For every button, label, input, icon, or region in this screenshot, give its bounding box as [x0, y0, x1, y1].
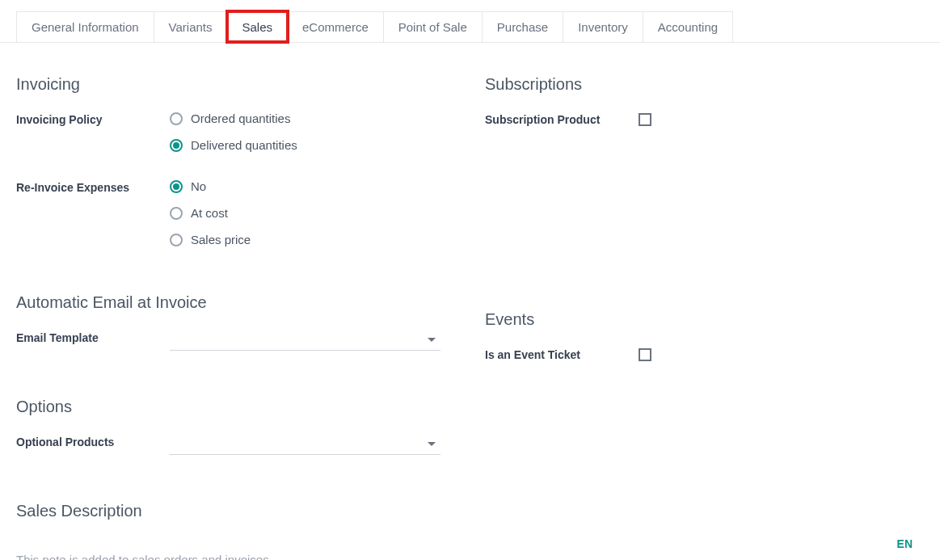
radio-delivered-quantities[interactable]: Delivered quantities	[170, 138, 485, 152]
radio-icon	[170, 112, 183, 125]
tab-purchase[interactable]: Purchase	[482, 11, 563, 42]
language-indicator[interactable]: EN	[897, 537, 913, 550]
events-title: Events	[485, 310, 924, 329]
radio-at-cost[interactable]: At cost	[170, 206, 485, 220]
radio-icon	[170, 207, 183, 220]
tab-inventory[interactable]: Inventory	[563, 11, 643, 42]
tab-sales[interactable]: Sales	[227, 11, 289, 42]
invoicing-policy-label: Invoicing Policy	[16, 112, 170, 126]
chevron-down-icon	[428, 442, 436, 446]
sales-description-title: Sales Description	[16, 502, 485, 520]
radio-dot-icon	[173, 183, 179, 190]
tab-variants[interactable]: Variants	[154, 11, 228, 42]
email-template-dropdown[interactable]	[170, 330, 440, 351]
tab-point-of-sale[interactable]: Point of Sale	[383, 11, 483, 42]
radio-label-no: No	[191, 179, 206, 193]
radio-label-sales-price: Sales price	[191, 233, 251, 246]
radio-label-delivered: Delivered quantities	[191, 138, 297, 152]
sales-description-placeholder[interactable]: This note is added to sales orders and i…	[0, 553, 940, 560]
tab-general-information[interactable]: General Information	[16, 11, 154, 42]
tab-accounting[interactable]: Accounting	[643, 11, 733, 42]
auto-email-title: Automatic Email at Invoice	[16, 293, 485, 312]
radio-icon-checked	[170, 180, 183, 193]
options-title: Options	[16, 398, 485, 416]
optional-products-dropdown[interactable]	[170, 434, 440, 455]
event-ticket-label: Is an Event Ticket	[485, 347, 639, 361]
email-template-label: Email Template	[16, 330, 170, 344]
invoicing-title: Invoicing	[16, 75, 485, 94]
radio-ordered-quantities[interactable]: Ordered quantities	[170, 112, 485, 125]
radio-label-ordered: Ordered quantities	[191, 112, 290, 125]
tab-ecommerce[interactable]: eCommerce	[287, 11, 384, 42]
radio-icon	[170, 234, 183, 246]
event-ticket-checkbox[interactable]	[639, 348, 651, 361]
optional-products-label: Optional Products	[16, 434, 170, 448]
subscription-product-checkbox[interactable]	[639, 113, 651, 126]
radio-dot-icon	[173, 142, 179, 149]
tabs-bar: General Information Variants Sales eComm…	[0, 0, 940, 43]
radio-no[interactable]: No	[170, 179, 485, 193]
subscription-product-label: Subscription Product	[485, 112, 639, 126]
reinvoice-expenses-label: Re-Invoice Expenses	[16, 179, 170, 194]
chevron-down-icon	[428, 338, 436, 342]
subscriptions-title: Subscriptions	[485, 75, 924, 94]
radio-sales-price[interactable]: Sales price	[170, 233, 485, 246]
radio-label-at-cost: At cost	[191, 206, 228, 220]
radio-icon-checked	[170, 139, 183, 152]
